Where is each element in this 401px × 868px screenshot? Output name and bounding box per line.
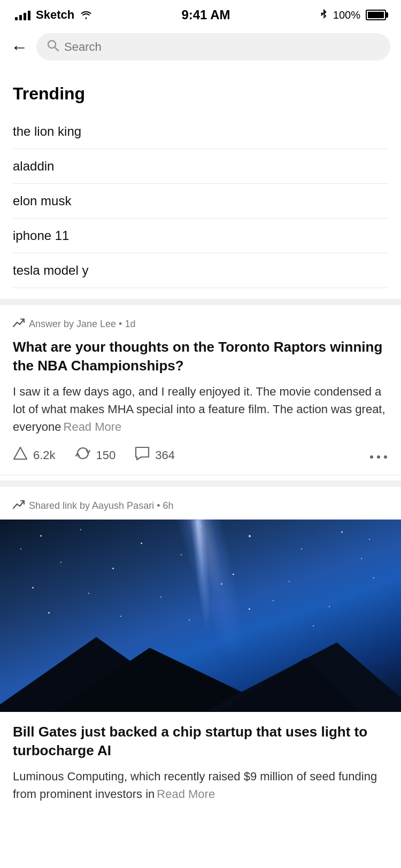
trending-item-1[interactable]: the lion king: [13, 114, 388, 149]
back-button[interactable]: ←: [11, 38, 28, 56]
search-icon: [47, 40, 59, 54]
upvote-action[interactable]: 6.2k: [13, 446, 56, 464]
card-2-title[interactable]: Bill Gates just backed a chip startup th…: [13, 723, 388, 760]
signal-bar-4: [28, 11, 30, 20]
reshare-action[interactable]: 150: [75, 446, 116, 464]
upvote-icon: [13, 446, 28, 464]
more-options-button[interactable]: [369, 447, 388, 463]
card-2-meta: Shared link by Aayush Pasari • 6h: [0, 500, 401, 512]
signal-bar-3: [24, 13, 26, 20]
time-display: 9:41 AM: [181, 7, 230, 22]
trending-section: Trending the lion king aladdin elon musk…: [0, 68, 401, 293]
trending-item-2[interactable]: aladdin: [13, 149, 388, 184]
carrier-label: Sketch: [36, 8, 74, 22]
card-2-content: Bill Gates just backed a chip startup th…: [0, 712, 401, 803]
svg-point-4: [377, 455, 380, 459]
trending-up-icon: [13, 318, 25, 330]
comment-count: 364: [155, 448, 175, 462]
svg-line-1: [55, 48, 59, 51]
section-divider: [0, 299, 401, 305]
section-divider-2: [0, 480, 401, 487]
svg-point-5: [384, 455, 387, 459]
trending-item-5[interactable]: tesla model y: [13, 253, 388, 288]
reshare-icon: [75, 446, 91, 464]
comment-action[interactable]: 364: [135, 446, 175, 464]
trending-up-icon-2: [13, 500, 25, 512]
trending-item-3[interactable]: elon musk: [13, 184, 388, 219]
signal-bar-2: [19, 15, 22, 20]
battery-icon: [366, 10, 386, 20]
card-2-read-more[interactable]: Read More: [157, 787, 215, 801]
wifi-icon: [80, 9, 92, 22]
battery-fill: [368, 12, 384, 18]
card-1-title[interactable]: What are your thoughts on the Toronto Ra…: [13, 338, 388, 375]
card-1-read-more[interactable]: Read More: [64, 420, 122, 433]
feed-card-1: Answer by Jane Lee • 1d What are your th…: [0, 305, 401, 475]
card-2-image: [0, 520, 401, 712]
trending-item-4[interactable]: iphone 11: [13, 219, 388, 253]
bluetooth-icon: [319, 8, 328, 22]
status-right: 100%: [319, 8, 386, 22]
nav-bar: ←: [0, 28, 401, 68]
card-1-meta: Answer by Jane Lee • 1d: [13, 318, 388, 330]
comment-icon: [135, 446, 150, 464]
status-bar: Sketch 9:41 AM 100%: [0, 0, 401, 28]
signal-bar-1: [15, 17, 18, 20]
starry-sky-image: [0, 520, 401, 712]
mountains-layer: [0, 648, 401, 712]
status-left: Sketch: [15, 8, 92, 22]
card-2-meta-text: Shared link by Aayush Pasari • 6h: [29, 500, 173, 511]
card-1-meta-text: Answer by Jane Lee • 1d: [29, 319, 135, 330]
search-input[interactable]: [64, 40, 380, 54]
card-2-body: Luminous Computing, which recently raise…: [13, 768, 388, 803]
signal-bars: [15, 10, 30, 20]
feed-card-2: Shared link by Aayush Pasari • 6h: [0, 487, 401, 803]
svg-marker-2: [14, 447, 27, 459]
upvote-count: 6.2k: [33, 448, 56, 462]
card-1-body: I saw it a few days ago, and I really en…: [13, 383, 388, 436]
svg-point-3: [370, 455, 373, 459]
battery-percent: 100%: [333, 9, 360, 21]
trending-title: Trending: [13, 84, 388, 104]
card-1-actions: 6.2k 150 364: [13, 436, 388, 475]
reshare-count: 150: [96, 448, 116, 462]
search-bar[interactable]: [36, 33, 390, 60]
